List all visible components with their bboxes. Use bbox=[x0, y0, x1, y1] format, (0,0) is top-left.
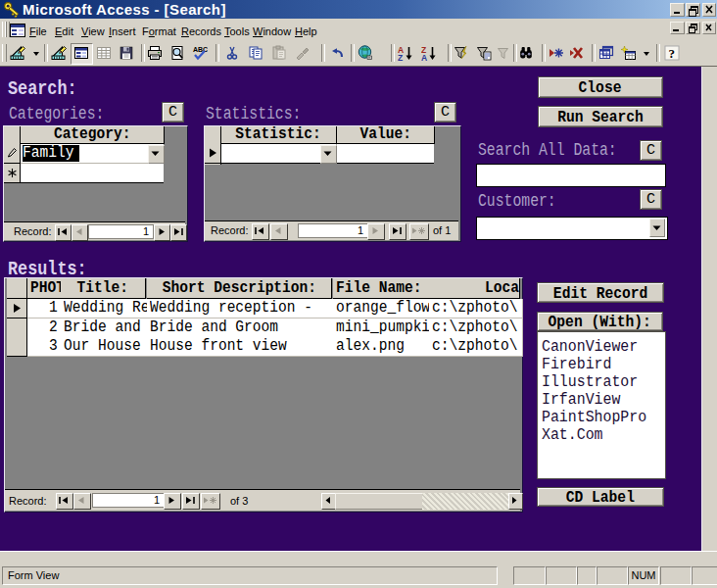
svg-text:ABC: ABC bbox=[193, 46, 208, 53]
svg-text:?: ? bbox=[669, 46, 676, 61]
svg-text:A: A bbox=[421, 53, 427, 62]
svg-text:Z: Z bbox=[398, 53, 403, 62]
